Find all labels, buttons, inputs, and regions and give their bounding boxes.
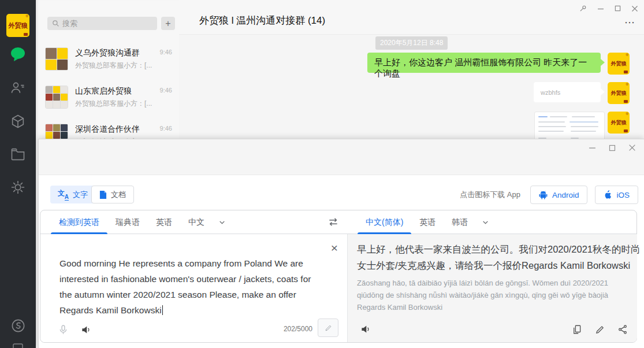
target-lang-english[interactable]: 英语 <box>411 210 444 234</box>
translate-card: 检测到英语 瑞典语 英语 中文 中文(简体) 英语 韩语 <box>40 210 637 343</box>
sender-avatar[interactable]: 外贸狼 ® <box>608 53 630 75</box>
translation-actions <box>572 324 628 335</box>
chat-name: 山东宸启外贸狼 <box>75 86 162 97</box>
edit-translation-icon[interactable] <box>595 325 605 335</box>
message-bubble[interactable]: 早上好，你这边客户 温州霸恒服饰有限公司 昨天来了一个询盘 <box>367 53 601 73</box>
store-label: Android <box>552 191 579 199</box>
add-chat-button[interactable]: + <box>161 17 175 30</box>
message-bubble[interactable]: wzbhfs <box>534 82 601 102</box>
logo-mini-mark <box>624 100 628 103</box>
chevron-down-icon[interactable] <box>482 219 489 226</box>
tab-text-mode[interactable]: 文A 文字 <box>50 186 95 203</box>
app-logo[interactable]: 外贸狼 ® <box>6 14 29 37</box>
char-counter: 202/5000 <box>284 325 312 333</box>
logo-mini-mark <box>24 33 28 36</box>
minimize-icon[interactable] <box>597 5 604 12</box>
chat-name: 义乌外贸狼沟通群 <box>75 48 162 58</box>
bubble-tail <box>601 59 605 66</box>
source-pane: Good morning He represents a company fro… <box>40 234 347 342</box>
pinyin-text: Zǎoshang hǎo, tā dàibiǎo yījiā láizì bōl… <box>357 277 627 313</box>
tab-label: 文字 <box>73 190 88 200</box>
translate-icon: 文A <box>58 190 69 199</box>
target-pane: 早上好，他代表一家来自波兰的公司。我们对2020/2021秋冬的时尚女士外套/夹… <box>347 234 637 342</box>
microphone-icon[interactable] <box>58 324 69 335</box>
sidebar-contacts-icon[interactable] <box>0 80 36 96</box>
avatar-text: 外贸狼 <box>611 90 627 97</box>
group-avatar <box>45 47 68 71</box>
translator-titlebar[interactable] <box>39 139 644 175</box>
chevron-down-icon[interactable] <box>218 219 226 226</box>
source-lang-detected[interactable]: 检测到英语 <box>51 210 107 234</box>
tab-label: 文档 <box>111 190 126 200</box>
chat-name: 深圳谷道合作伙伴 <box>75 124 162 135</box>
message-row: 外贸狼 ® <box>179 0 201 22</box>
clear-source-icon[interactable]: × <box>331 242 338 254</box>
app-sidebar: 外贸狼 ® <box>0 0 36 348</box>
chat-time: 9:46 <box>160 87 172 94</box>
source-lang-english[interactable]: 英语 <box>148 210 180 234</box>
listen-translation-icon[interactable] <box>360 324 371 335</box>
sidebar-package-icon[interactable] <box>0 113 36 129</box>
avatar-text: 外贸狼 <box>611 119 627 127</box>
chat-list-item[interactable]: 山东宸启外贸狼 外贸狼总部客服小方：[... 9:46 <box>36 82 179 120</box>
language-bar: 检测到英语 瑞典语 英语 中文 中文(简体) 英语 韩语 <box>40 210 636 234</box>
registered-mark: ® <box>626 112 628 116</box>
target-language-tabs: 中文(简体) 英语 韩语 <box>347 210 489 234</box>
registered-mark: ® <box>626 53 628 57</box>
close-icon[interactable] <box>628 144 636 151</box>
tab-document-mode[interactable]: 文档 <box>91 186 134 203</box>
target-lang-chinese[interactable]: 中文(简体) <box>358 210 411 234</box>
sidebar-folder-icon[interactable] <box>0 146 36 162</box>
share-icon[interactable] <box>617 324 628 335</box>
plus-icon: + <box>165 18 170 29</box>
group-avatar <box>45 86 68 109</box>
ios-download-button[interactable]: iOS <box>595 186 638 204</box>
chat-time: 9:46 <box>160 49 172 55</box>
store-label: iOS <box>616 191 630 199</box>
source-lang-chinese[interactable]: 中文 <box>180 210 213 234</box>
download-app-row: 点击图标下载 App Android iOS <box>460 186 638 204</box>
window-controls <box>579 5 638 12</box>
source-language-tabs: 检测到英语 瑞典语 英语 中文 <box>40 210 226 234</box>
chat-title: 外贸狼 l 温州沟通对接群 (14) <box>199 14 325 27</box>
date-stamp: 2020年5月12日 8:48 <box>375 36 448 50</box>
source-text-input[interactable]: Good morning He represents a company fro… <box>59 256 319 318</box>
listen-source-icon[interactable] <box>81 324 92 335</box>
logo-mini-mark <box>624 71 628 73</box>
target-lang-korean[interactable]: 韩语 <box>444 210 476 234</box>
logo-mini-mark <box>624 129 628 132</box>
sender-avatar[interactable]: 外贸狼 ® <box>608 82 630 104</box>
chat-more-button[interactable]: ⋯ <box>624 16 636 29</box>
swap-languages-icon[interactable] <box>327 216 339 228</box>
sidebar-link-icon[interactable] <box>0 318 36 334</box>
android-download-button[interactable]: Android <box>530 186 588 204</box>
search-input[interactable]: 搜索 <box>47 17 157 30</box>
copy-icon[interactable] <box>572 324 582 335</box>
translated-text: 早上好，他代表一家来自波兰的公司。我们对2020/2021秋冬的时尚女士外套/夹… <box>357 241 641 273</box>
close-icon[interactable] <box>631 5 638 12</box>
sidebar-chat-icon[interactable] <box>0 45 36 62</box>
chat-list-item[interactable]: 义乌外贸狼沟通群 外贸狼总部客服小方：[... 9:46 <box>36 43 179 82</box>
download-hint: 点击图标下载 App <box>460 190 520 200</box>
sidebar-apps-icon[interactable] <box>0 179 36 195</box>
minimize-icon[interactable] <box>589 144 596 151</box>
search-placeholder: 搜索 <box>62 18 77 29</box>
apple-icon <box>604 190 612 199</box>
chat-time: 9:46 <box>160 125 172 132</box>
translator-window-controls <box>589 144 636 151</box>
bubble-tail <box>601 88 605 95</box>
maximize-icon[interactable] <box>609 145 616 151</box>
sender-avatar[interactable]: 外贸狼 ® <box>608 112 630 134</box>
edit-source-button[interactable] <box>318 319 338 337</box>
chat-preview: 外贸狼总部客服小方：[... <box>75 99 173 109</box>
maximize-icon[interactable] <box>615 5 621 12</box>
chat-preview: 外贸狼总部客服小方：[... <box>75 61 173 71</box>
translator-window: 文A 文字 文档 点击图标下载 App Android iOS <box>38 139 644 348</box>
source-lang-swedish[interactable]: 瑞典语 <box>107 210 148 234</box>
pin-icon[interactable] <box>579 5 587 12</box>
app-window: 外贸狼 ® 搜索 <box>0 0 644 348</box>
document-icon <box>99 190 107 199</box>
registered-mark: ® <box>626 83 628 86</box>
sidebar-device-icon[interactable] <box>0 343 36 348</box>
android-icon <box>539 190 548 199</box>
